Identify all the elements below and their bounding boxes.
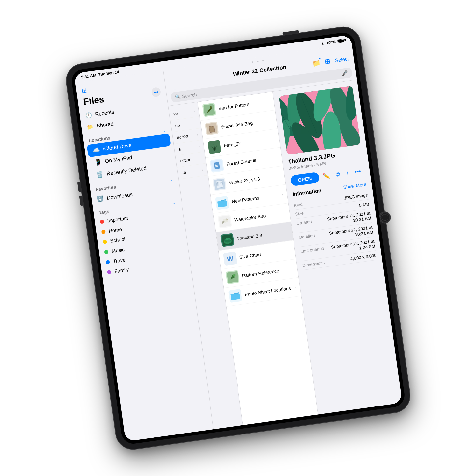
- info-key-modified: Modified: [298, 231, 325, 240]
- icloud-icon: ☁️: [92, 146, 100, 154]
- info-val-dimensions: 4,000 x 3,000: [350, 253, 377, 261]
- info-key-created: Created: [296, 217, 323, 226]
- deleted-icon: 🗑️: [96, 171, 104, 179]
- open-button[interactable]: OPEN: [290, 172, 320, 186]
- battery-label: 100%: [326, 40, 336, 45]
- tag-dot-travel: [105, 260, 110, 264]
- file-thumb-size-chart: W: [223, 251, 237, 266]
- nav-item-label-4: ection: [180, 157, 191, 163]
- wifi-icon: ▲: [320, 41, 325, 46]
- recents-icon: 🕐: [85, 112, 92, 119]
- tag-label-family: Family: [114, 266, 129, 274]
- home-button-inner: [379, 212, 390, 223]
- info-title: Information: [292, 187, 322, 197]
- more-options-button[interactable]: •••: [151, 87, 161, 97]
- file-name-new-patterns: New Patterns: [231, 192, 279, 204]
- mic-icon[interactable]: 🎤: [341, 70, 348, 77]
- status-right: ▲ 100%: [320, 38, 345, 46]
- status-date: Tue Sep 14: [98, 70, 119, 77]
- ipad-screen-bezel: 9:41 AM Tue Sep 14 ▲ 100% ⊞: [70, 31, 406, 445]
- file-name-thailand: Thailand 3.3: [237, 229, 289, 241]
- select-button[interactable]: Select: [334, 55, 349, 63]
- folder-icon[interactable]: 📁: [311, 58, 321, 67]
- grid-view-icon[interactable]: ⊞: [324, 57, 331, 65]
- tag-label-important: Important: [107, 215, 128, 224]
- file-thumb-fern22: [207, 140, 221, 154]
- nav-chevron-2: ›: [196, 132, 198, 136]
- show-more-button[interactable]: Show More: [343, 182, 366, 190]
- home-button-circle: [381, 214, 389, 221]
- info-key-dimensions: Dimensions: [302, 259, 329, 268]
- deleted-label: Recently Deleted: [106, 165, 147, 177]
- file-thumb-watercolor-bird: [218, 214, 232, 228]
- file-name-brand-tote: Brand Tote Bag: [221, 117, 273, 130]
- tag-label-school: School: [110, 236, 126, 243]
- tag-label-home: Home: [108, 226, 122, 233]
- favorites-chevron[interactable]: ⌄: [168, 176, 173, 182]
- nav-item-label-0: ve: [173, 111, 178, 116]
- power-button: [282, 30, 299, 36]
- share-icon[interactable]: ↑: [345, 169, 349, 177]
- more-action-icon[interactable]: •••: [354, 168, 361, 175]
- pencil-icon[interactable]: ✏️: [322, 172, 330, 180]
- screen: 9:41 AM Tue Sep 14 ▲ 100% ⊞: [74, 35, 402, 441]
- preview-image: [279, 86, 361, 155]
- file-name-forest-sounds: Forest Sounds: [226, 154, 278, 167]
- file-thumb-pattern-ref: [225, 270, 239, 284]
- action-icons: ✏️ ⧉ ↑ •••: [322, 167, 361, 180]
- tag-dot-school: [102, 239, 107, 244]
- tag-label-travel: Travel: [112, 256, 126, 264]
- downloads-icon: ⬇️: [97, 195, 104, 202]
- file-chevron-photo-shoot: ›: [294, 285, 296, 289]
- tags-chevron[interactable]: ⌄: [172, 199, 176, 205]
- file-name-winter22: Winter 22_v1.3: [229, 173, 281, 185]
- volume-buttons: [77, 182, 84, 206]
- main-content: ⊞ Files ••• 🕐 Recents 📁 Shared: [75, 44, 402, 441]
- volume-down: [79, 195, 84, 206]
- info-key-size: Size: [295, 208, 322, 217]
- info-section: Information Show More Kind JPEG image Si…: [292, 181, 377, 270]
- ipad-device: 9:41 AM Tue Sep 14 ▲ 100% ⊞: [64, 25, 412, 451]
- tags-title: Tags: [98, 209, 110, 215]
- tag-dot-music: [104, 249, 109, 254]
- nav-item-label-5: ite: [181, 170, 186, 175]
- nav-item-label-2: ection: [176, 133, 188, 140]
- sidebar-toggle-icon[interactable]: ⊞: [81, 86, 87, 94]
- nav-chevron-1: ›: [195, 121, 196, 125]
- nav-chevron-3: ›: [198, 144, 200, 148]
- copy-icon[interactable]: ⧉: [335, 171, 341, 178]
- svg-rect-24: [230, 293, 240, 300]
- info-val-kind: JPEG image: [344, 192, 368, 201]
- nav-chevron-0: ›: [193, 109, 195, 113]
- battery-icon: [337, 38, 345, 43]
- file-thumb-thailand: [220, 233, 235, 247]
- tag-dot-important: [100, 219, 104, 224]
- nav-item-label-3: s: [178, 146, 181, 152]
- file-thumb-forest-sounds: [210, 158, 224, 173]
- search-icon: 🔍: [175, 94, 181, 99]
- nav-chevron-5: ›: [201, 168, 203, 171]
- file-name-fern22: Fern_22: [223, 136, 275, 148]
- info-val-size: 5 MB: [359, 201, 369, 208]
- file-name-size-chart: Size Chart: [239, 247, 291, 260]
- file-thumb-photo-shoot: [228, 289, 242, 303]
- tag-dot-home: [101, 229, 106, 234]
- downloads-label: Downloads: [106, 191, 133, 201]
- spacer-left: [170, 77, 215, 83]
- tag-dot-family: [107, 270, 111, 274]
- shared-icon: 📁: [86, 123, 94, 130]
- file-name-bird-pattern: Bird for Pattern: [218, 98, 270, 111]
- file-name-pattern-ref: Pattern Reference: [241, 266, 294, 278]
- svg-rect-16: [217, 200, 227, 207]
- tag-label-music: Music: [111, 246, 125, 254]
- nav-chevron-4: ›: [200, 156, 201, 160]
- file-thumb-brand-tote: [205, 121, 219, 135]
- file-thumb-new-patterns: [215, 196, 229, 210]
- status-time: 9:41 AM: [81, 73, 96, 79]
- ipad-label: On My iPad: [104, 154, 132, 164]
- locations-chevron[interactable]: ⌄: [162, 127, 166, 133]
- file-thumb-winter22: [212, 177, 227, 191]
- ipad-icon: 📱: [94, 158, 102, 166]
- icloud-label: iCloud Drive: [103, 142, 132, 152]
- recents-label: Recents: [95, 109, 115, 117]
